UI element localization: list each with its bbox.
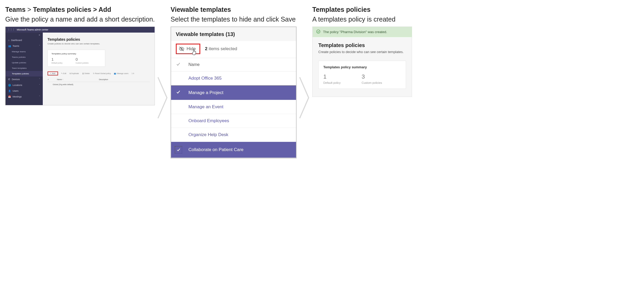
delete-button[interactable]: 🗑 Delete (82, 73, 90, 74)
sidebar-item-teams[interactable]: 👥 Teams ˄ (6, 43, 43, 49)
template-row-selected[interactable]: Collaborate on Patient Care (171, 142, 296, 158)
cursor-icon: ↖ (40, 115, 42, 118)
stat-default-count: 1 (323, 73, 341, 80)
stat-custom-label: Custom policies (362, 81, 382, 84)
sidebar-item-manage-teams[interactable]: Manage teams (6, 49, 43, 54)
result-panel: The policy "Pharma Division" was created… (312, 27, 412, 97)
template-name: Adopt Office 365 (188, 76, 221, 81)
arrow-icon (157, 77, 168, 119)
column-description[interactable]: Description (99, 79, 108, 81)
summary-card: Templates policy summary 1 Default polic… (47, 50, 105, 67)
viewable-templates-panel: Viewable templates (13) Hide 2 items sel… (171, 27, 297, 158)
duplicate-button[interactable]: ⧉ Duplicate (70, 73, 79, 75)
pencil-icon: ✎ (61, 73, 63, 74)
template-row[interactable]: Manage an Event (171, 100, 296, 114)
globe-icon: 🌐 (8, 84, 11, 86)
page-desc: Create policies to decide who can see ce… (47, 43, 150, 45)
page-title: Templates policies (318, 42, 406, 48)
users-icon: 👥 (114, 73, 117, 74)
hide-button[interactable]: Hide (176, 44, 200, 54)
template-row[interactable]: Onboard Employees (171, 114, 296, 128)
step1-subtitle: Give the policy a name and add a short d… (5, 15, 155, 24)
summary-card: Templates policy summary 1 Default polic… (318, 61, 406, 89)
template-name: Onboard Employees (188, 118, 229, 123)
policies-table: ✓ Name ↑ Description Global (Org-wide de… (47, 78, 150, 87)
chevron-down-icon: ˅ (39, 78, 40, 80)
topbar-title: Microsoft Teams admin center (17, 28, 48, 31)
manage-users-button[interactable]: 👥 Manage users (114, 73, 128, 75)
template-name: Manage an Event (188, 104, 223, 110)
sidebar-item-label: Teams (13, 45, 19, 47)
panel-heading: Viewable templates (13) (171, 27, 296, 41)
plus-icon: + (50, 73, 51, 74)
template-name: Manage a Project (188, 90, 223, 95)
stat-default-label: Default policy (323, 81, 341, 84)
step2-subtitle: Select the templates to hide and click S… (171, 15, 297, 24)
sidebar-item-templates-policies[interactable]: Templates policies ↖ (6, 71, 43, 76)
calendar-icon: 📅 (8, 95, 11, 98)
page-desc: Create policies to decide who can see ce… (318, 50, 406, 54)
hamburger-icon[interactable]: ≡ (6, 33, 43, 37)
step2-title: Viewable templates (171, 5, 297, 14)
chevron-up-icon: ˄ (39, 45, 40, 47)
admin-center-panel: ⋮⋮⋮ Microsoft Teams admin center ≡ ⌂ Das… (5, 27, 155, 105)
table-row[interactable]: Global (Org-wide default) (47, 82, 150, 87)
sidebar-item-label: Users (13, 90, 18, 92)
column-name[interactable]: Name (188, 62, 200, 67)
checkmark-focus-icon (176, 146, 188, 153)
device-icon: ✆ (8, 78, 10, 81)
chevron-down-icon: ˅ (39, 96, 40, 98)
column-header-row: Name (171, 58, 296, 71)
sidebar-item-team-templates[interactable]: Team templates (6, 65, 43, 71)
sidebar: ≡ ⌂ Dashboard 👥 Teams ˄ Manage teams Tea… (6, 33, 43, 105)
sidebar-item-meetings[interactable]: 📅 Meetings ˅ (6, 94, 43, 100)
item-count: 1 it (131, 73, 134, 74)
sidebar-item-users[interactable]: 👤 Users (6, 88, 43, 94)
stat-custom-count: 3 (362, 73, 382, 80)
user-icon: 👤 (8, 90, 11, 92)
template-name: Organize Help Desk (188, 132, 228, 137)
chevron-down-icon: ˅ (39, 84, 40, 86)
sidebar-item-devices[interactable]: ✆ Devices ˅ (6, 76, 43, 82)
topbar: ⋮⋮⋮ Microsoft Teams admin center (6, 27, 155, 33)
hand-cursor-icon (192, 49, 197, 57)
check-circle-icon (316, 29, 320, 34)
column-name[interactable]: Name ↑ (57, 79, 94, 81)
people-icon: 👥 (8, 45, 11, 47)
add-label: Add (52, 73, 55, 74)
add-button[interactable]: + Add (47, 71, 58, 75)
svg-point-2 (316, 30, 320, 33)
sidebar-item-locations[interactable]: 🌐 Locations ˅ (6, 82, 43, 88)
reset-button[interactable]: ↻ Reset Global policy (93, 73, 111, 75)
sidebar-item-dashboard[interactable]: ⌂ Dashboard (6, 37, 43, 43)
sidebar-item-label: Templates policies (12, 73, 29, 75)
waffle-icon[interactable]: ⋮⋮⋮ (8, 28, 15, 31)
step3-title: Templates policies (312, 5, 412, 14)
stat-custom-count: 0 (76, 57, 88, 61)
checkmark-icon (176, 90, 188, 96)
copy-icon: ⧉ (70, 73, 71, 74)
selection-count: 2 items selected (205, 46, 237, 51)
row-name: Global (Org-wide default) (53, 84, 73, 85)
sidebar-item-label: Devices (12, 78, 20, 81)
stat-default-label: Default policy (51, 62, 62, 64)
sidebar-item-label: Teams policies (12, 56, 25, 58)
sidebar-item-label: Meetings (13, 95, 22, 98)
page-title: Templates policies (47, 37, 150, 42)
template-row-selected[interactable]: Manage a Project (171, 85, 296, 100)
sidebar-item-teams-policies[interactable]: Teams policies (6, 54, 43, 60)
edit-button[interactable]: ✎ Edit (61, 73, 66, 75)
template-row[interactable]: Organize Help Desk (171, 128, 296, 142)
card-title: Templates policy summary (51, 53, 101, 55)
main-content: Templates policies Create policies to de… (43, 33, 155, 105)
toast-message: The policy "Pharma Division" was created… (323, 30, 387, 34)
sidebar-item-update-policies[interactable]: Update policies (6, 60, 43, 65)
sidebar-item-label: Dashboard (11, 39, 22, 42)
checkbox-header[interactable]: ✓ (47, 79, 52, 81)
card-title: Templates policy summary (323, 65, 401, 69)
toolbar: + Add ✎ Edit ⧉ Duplicate 🗑 Delete ↻ Rese… (47, 71, 150, 75)
eye-off-icon (179, 46, 184, 52)
checkmark-header-icon[interactable] (176, 62, 188, 68)
template-row[interactable]: Adopt Office 365 (171, 71, 296, 85)
panel-toolbar: Hide 2 items selected (171, 41, 296, 58)
